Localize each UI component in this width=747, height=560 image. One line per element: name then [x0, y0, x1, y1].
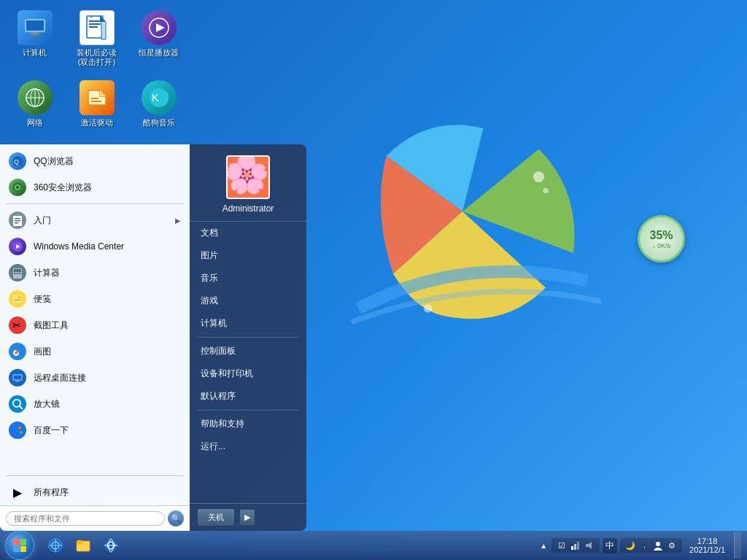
network-label: 网络 [27, 118, 43, 128]
windows-orb-flag [13, 539, 26, 552]
system-tray: ▲ ☑ 中 🌙 ， [538, 532, 747, 559]
magnifier-label: 放大镜 [34, 398, 181, 411]
tray-moon-icon[interactable]: 🌙 [624, 540, 636, 551]
desktop-icon-row-2: 网络 激活驱动 K [7, 77, 186, 131]
start-menu-all-programs[interactable]: ▶ 所有程序 [0, 479, 190, 505]
start-menu-remote[interactable]: 远程桌面连接 [0, 365, 190, 391]
remote-icon [9, 369, 26, 386]
svg-rect-67 [577, 542, 579, 550]
taskbar: ▲ ☑ 中 🌙 ， [0, 531, 747, 560]
svg-point-69 [656, 542, 660, 546]
qq-browser-icon: Q [9, 152, 26, 170]
start-menu-baidu[interactable]: 百度一下 [0, 417, 190, 443]
tray-volume-icon[interactable] [584, 540, 595, 551]
user-avatar[interactable] [226, 155, 270, 199]
flag-yellow [20, 546, 27, 553]
svg-rect-4 [26, 20, 44, 31]
windows-flag [324, 73, 601, 350]
pictures-label: 图片 [201, 249, 218, 262]
right-menu-computer[interactable]: 计算机 [190, 312, 306, 335]
right-menu-music[interactable]: 音乐 [190, 267, 306, 289]
search-input[interactable] [6, 511, 165, 526]
right-menu-pictures[interactable]: 图片 [190, 244, 306, 267]
svg-rect-8 [89, 20, 101, 22]
svg-point-47 [13, 400, 20, 407]
right-menu-documents[interactable]: 文档 [190, 222, 306, 244]
desktop-icon-computer[interactable]: 计算机 [7, 7, 62, 70]
shutdown-button[interactable]: 关机 [197, 508, 235, 526]
svg-text:Q: Q [14, 158, 19, 166]
svg-rect-60 [77, 541, 82, 544]
search-button[interactable]: 🔍 [168, 510, 184, 526]
start-button[interactable] [0, 531, 39, 560]
right-menu-devices[interactable]: 设备和打印机 [190, 362, 306, 385]
right-menu-games[interactable]: 游戏 [190, 289, 306, 312]
svg-point-54 [244, 166, 255, 184]
devices-label: 设备和打印机 [201, 368, 253, 380]
start-menu-calculator[interactable]: 计算器 [0, 260, 190, 286]
tray-network-icon[interactable] [570, 540, 581, 551]
start-menu-snipping[interactable]: ✂ 截图工具 [0, 312, 190, 338]
svg-point-49 [12, 427, 18, 433]
right-menu-run[interactable]: 运行... [190, 435, 306, 458]
ime-indicator[interactable]: 中 [603, 538, 617, 553]
desktop-icon-activate[interactable]: 激活驱动 [69, 77, 124, 131]
left-divider-bottom [6, 475, 184, 476]
tray-user-icon[interactable] [652, 540, 664, 551]
snipping-label: 截图工具 [34, 319, 181, 332]
svg-rect-52 [228, 157, 268, 198]
start-orb [5, 531, 34, 560]
activate-icon [80, 80, 115, 115]
right-menu-defaults[interactable]: 默认程序 [190, 385, 306, 408]
desktop-icons: 计算机 W 装机后必读(双击打开) [7, 7, 186, 131]
show-desktop-button[interactable] [734, 532, 741, 559]
all-programs-label: 所有程序 [34, 486, 181, 499]
media-player-icon [142, 10, 177, 45]
svg-rect-5 [31, 32, 39, 34]
shutdown-arrow-button[interactable]: ▶ [239, 509, 255, 526]
start-menu-media-center[interactable]: Windows Media Center [0, 233, 190, 260]
tray-time[interactable]: 17:18 2021/12/1 [685, 535, 729, 556]
defaults-label: 默认程序 [201, 390, 236, 402]
svg-text:✂: ✂ [12, 319, 21, 331]
intro-label: 入门 [34, 214, 168, 227]
start-menu-qq-browser[interactable]: Q QQ浏览器 [0, 148, 190, 174]
right-menu-control-panel[interactable]: 控制面板 [190, 340, 306, 362]
desktop-icon-media-player[interactable]: 恒星播放器 [131, 7, 186, 70]
svg-point-2 [424, 304, 432, 312]
tray-checkbox-icon[interactable]: ☑ [556, 540, 568, 551]
svg-rect-65 [571, 546, 573, 550]
start-menu-left: Q QQ浏览器 360安全浏览器 入门 ▶ [0, 144, 190, 531]
svg-rect-28 [15, 218, 20, 219]
taskbar-ie[interactable] [98, 532, 124, 559]
start-menu-right: Administrator 文档 图片 音乐 游戏 计算机 [190, 144, 306, 531]
start-menu-intro[interactable]: 入门 ▶ [0, 207, 190, 233]
desktop-icon-install[interactable]: W 装机后必读(双击打开) [69, 7, 124, 70]
tray-settings-icon[interactable]: ⚙ [666, 540, 678, 551]
tray-icons-2: 🌙 ， ⚙ [620, 538, 682, 553]
svg-rect-45 [14, 376, 21, 379]
start-menu-360-browser[interactable]: 360安全浏览器 [0, 174, 190, 201]
desktop-icon-network[interactable]: 网络 [7, 77, 62, 131]
start-menu-paint[interactable]: 画图 [0, 338, 190, 365]
svg-rect-30 [15, 222, 18, 224]
right-divider-2 [197, 410, 299, 411]
calculator-icon [9, 264, 26, 281]
start-menu-sticky-notes[interactable]: 便笺 [0, 286, 190, 312]
start-menu-magnifier[interactable]: 放大镜 [0, 391, 190, 417]
remote-label: 远程桌面连接 [34, 372, 181, 384]
music-label: 酷狗音乐 [143, 118, 175, 128]
taskbar-explorer[interactable] [70, 532, 96, 559]
network-speed: ↓ 0K/s [652, 242, 670, 249]
desktop-icon-music[interactable]: K 酷狗音乐 [131, 77, 186, 131]
taskbar-network-icon[interactable] [42, 532, 69, 559]
notification-arrow[interactable]: ▲ [538, 540, 549, 551]
svg-rect-38 [13, 295, 22, 303]
desktop-icon-row-1: 计算机 W 装机后必读(双击打开) [7, 7, 186, 70]
right-menu-help[interactable]: 帮助和支持 [190, 413, 306, 435]
media-center-label: Windows Media Center [34, 241, 181, 252]
computer-label: 计算机 [23, 48, 47, 58]
tray-punctuation-icon[interactable]: ， [638, 540, 650, 551]
svg-marker-68 [586, 542, 592, 549]
run-label: 运行... [201, 440, 225, 453]
